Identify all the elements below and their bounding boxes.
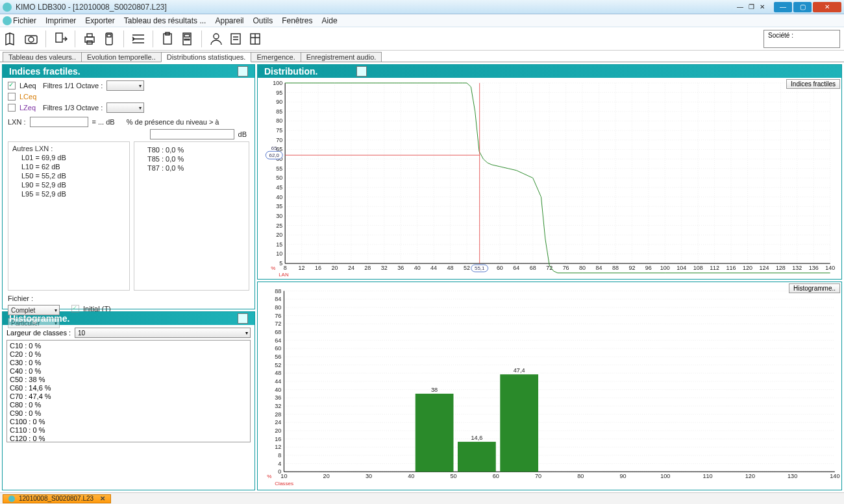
svg-text:64: 64: [275, 337, 281, 344]
menu-item[interactable]: Fenêtres: [282, 16, 312, 25]
svg-text:84: 84: [596, 265, 602, 271]
printer-icon[interactable]: [82, 31, 97, 47]
svg-text:68: 68: [275, 329, 281, 335]
label-lceq: LCeq: [19, 93, 39, 101]
svg-rect-11: [184, 34, 190, 37]
svg-rect-2: [56, 33, 62, 42]
tab-audio[interactable]: Enregistrement audio.: [301, 52, 382, 62]
note-icon[interactable]: [228, 31, 243, 47]
svg-text:88: 88: [275, 288, 281, 294]
svg-text:10: 10: [280, 473, 287, 479]
svg-text:32: 32: [381, 265, 388, 271]
distribution-chart[interactable]: 5101520253035404550556065707580859095100…: [258, 78, 841, 278]
class-list[interactable]: C10 : 0 % C20 : 0 % C30 : 0 % C40 : 0 % …: [6, 340, 251, 442]
svg-text:16: 16: [275, 436, 281, 442]
svg-text:55,1: 55,1: [475, 265, 485, 271]
checkbox-laeq[interactable]: [8, 82, 16, 90]
tab-evolution[interactable]: Evolution temporelle..: [81, 52, 162, 62]
device-icon[interactable]: [101, 31, 117, 47]
svg-point-15: [214, 34, 219, 39]
svg-text:80: 80: [579, 265, 586, 271]
svg-text:72: 72: [275, 320, 281, 327]
presence-input[interactable]: [150, 129, 234, 139]
svg-text:75: 75: [276, 127, 282, 134]
svg-text:140: 140: [825, 265, 835, 271]
menu-item[interactable]: Appareil: [215, 16, 243, 25]
svg-text:44: 44: [275, 378, 281, 385]
svg-text:120: 120: [743, 265, 752, 271]
svg-text:55: 55: [276, 165, 282, 172]
largeur-select[interactable]: 10: [75, 328, 251, 338]
task-close-icon[interactable]: ✕: [100, 495, 105, 502]
sheet-icon[interactable]: [247, 31, 263, 47]
label-lzeq: LZeq: [19, 104, 39, 112]
close-button[interactable]: ✕: [813, 2, 841, 12]
svg-point-14: [188, 39, 190, 40]
copy-icon[interactable]: [356, 66, 367, 77]
copy-icon[interactable]: [238, 66, 248, 77]
svg-text:110: 110: [703, 473, 713, 479]
menu-item[interactable]: Fichier: [13, 16, 36, 25]
page-arrow-icon[interactable]: [53, 31, 68, 47]
svg-text:52: 52: [275, 362, 281, 368]
menu-item[interactable]: Imprimer: [45, 16, 76, 25]
lxn-unit: = ... dB: [92, 118, 115, 126]
svg-text:5: 5: [279, 260, 282, 267]
histogramme-button[interactable]: Histogramme..: [789, 283, 840, 293]
indices-fractiles-button[interactable]: Indices fractiles: [786, 79, 840, 89]
select-filter-11[interactable]: [106, 80, 144, 91]
lxn-input[interactable]: [30, 117, 88, 127]
svg-text:48: 48: [275, 370, 281, 376]
menu-item[interactable]: Exporter: [85, 16, 114, 25]
svg-text:48: 48: [447, 265, 454, 271]
svg-text:40: 40: [275, 387, 281, 393]
class-item: C110 : 0 %: [10, 426, 247, 435]
svg-text:70: 70: [535, 473, 541, 479]
tab-emergence[interactable]: Emergence.: [251, 52, 301, 62]
user-icon[interactable]: [208, 31, 224, 47]
svg-rect-16: [231, 34, 240, 44]
camera-icon[interactable]: [23, 31, 39, 47]
svg-rect-4: [87, 34, 92, 37]
svg-text:30: 30: [276, 213, 282, 219]
minimize-button[interactable]: —: [774, 2, 792, 12]
fichier-select[interactable]: Complet: [8, 305, 60, 315]
checkbox-lceq[interactable]: [8, 93, 16, 101]
menu-item[interactable]: Aide: [322, 16, 338, 25]
svg-text:Classes: Classes: [275, 481, 293, 486]
svg-text:%: %: [267, 474, 271, 479]
panel-histogramme-chart: Histogramme.. 04812162024283236404448525…: [257, 282, 842, 490]
svg-text:68: 68: [530, 265, 536, 271]
svg-text:60: 60: [275, 345, 281, 352]
book-icon[interactable]: [4, 31, 19, 47]
svg-text:76: 76: [563, 265, 569, 271]
clipboard-icon[interactable]: [160, 31, 175, 47]
mdi-restore-icon[interactable]: ❐: [749, 3, 754, 10]
svg-text:28: 28: [364, 265, 371, 271]
lxn-label: LXN :: [8, 118, 26, 126]
mdi-close-icon[interactable]: ✕: [760, 3, 765, 10]
indent-icon[interactable]: [130, 31, 146, 47]
svg-text:92: 92: [628, 265, 635, 271]
svg-text:90: 90: [620, 473, 627, 479]
svg-text:70: 70: [276, 137, 282, 143]
tab-distributions[interactable]: Distributions statistiques.: [161, 52, 252, 62]
svg-text:100: 100: [660, 265, 670, 271]
calculator-icon[interactable]: [179, 31, 195, 47]
filter-label-11: Filtres 1/1 Octave :: [43, 82, 103, 90]
taskbar-item[interactable]: 12010008_S0020807.L23 ✕: [3, 494, 111, 503]
tab-valeurs[interactable]: Tableau des valeurs..: [3, 52, 82, 62]
checkbox-initial: [71, 305, 79, 313]
panel-histogramme-config: Histogramme. Largeur de classes : 10 C10…: [2, 311, 255, 490]
class-item: C70 : 47,4 %: [10, 392, 247, 401]
svg-text:%: %: [271, 265, 275, 271]
maximize-button[interactable]: ▢: [793, 2, 812, 12]
mdi-min-icon[interactable]: —: [737, 3, 743, 10]
checkbox-lzeq[interactable]: [8, 104, 16, 112]
svg-point-1: [29, 37, 34, 42]
menu-item[interactable]: Tableau des résultats ...: [124, 16, 206, 25]
menu-item[interactable]: Outils: [253, 16, 273, 25]
histogram-chart[interactable]: 0481216202428323640444852566064687276808…: [258, 282, 841, 490]
copy-icon[interactable]: [238, 313, 248, 324]
select-filter-13[interactable]: [106, 102, 144, 113]
